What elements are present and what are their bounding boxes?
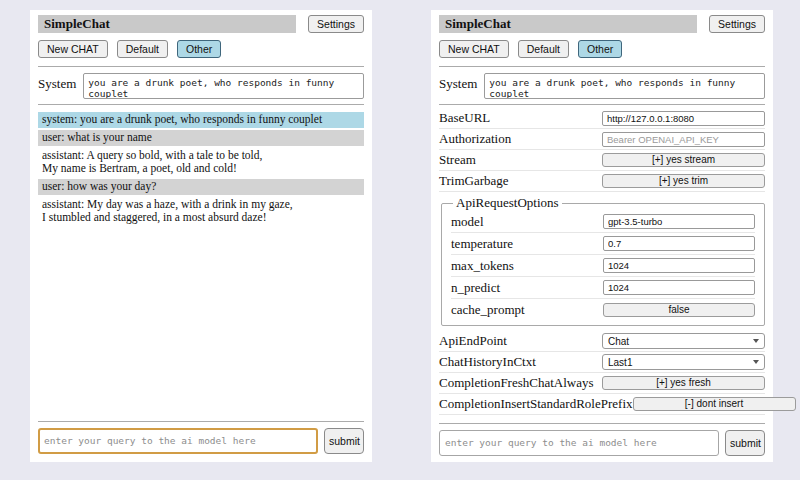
chat-message-user: user: what is your name xyxy=(38,130,364,146)
header: SimpleChat Settings xyxy=(439,15,765,33)
toolbar: New CHAT Default Other xyxy=(439,40,765,58)
settings-row-api-endpoint: ApiEndPoint Chat xyxy=(439,331,765,352)
profile-other-button[interactable]: Other xyxy=(578,40,622,58)
settings-row-model: model xyxy=(451,211,755,233)
fresh-chat-toggle-button[interactable]: [+] yes fresh xyxy=(602,376,765,390)
api-endpoint-label: ApiEndPoint xyxy=(439,333,507,349)
settings-row-role-prefix: CompletionInsertStandardRolePrefix [-] d… xyxy=(439,394,765,415)
query-input[interactable] xyxy=(38,428,318,454)
divider xyxy=(439,104,765,105)
chat-message-assistant: assistant: A query so bold, with a tale … xyxy=(38,148,364,177)
divider xyxy=(38,421,364,422)
api-endpoint-selected-value: Chat xyxy=(608,336,629,347)
query-input[interactable] xyxy=(439,430,719,456)
chat-message-assistant: assistant: My day was a haze, with a dri… xyxy=(38,197,364,226)
stream-toggle-button[interactable]: [+] yes stream xyxy=(602,153,765,167)
settings-row-trimgarbage: TrimGarbage [+] yes trim xyxy=(439,171,765,192)
fresh-chat-label: CompletionFreshChatAlways xyxy=(439,375,594,391)
settings-row-baseurl: BaseURL xyxy=(439,108,765,129)
system-prompt-row: System you are a drunk poet, who respond… xyxy=(38,73,364,99)
model-input[interactable] xyxy=(603,214,755,229)
settings-row-n-predict: n_predict xyxy=(451,277,755,299)
cache-prompt-label: cache_prompt xyxy=(451,302,525,318)
trimgarbage-toggle-button[interactable]: [+] yes trim xyxy=(602,174,765,188)
authorization-label: Authorization xyxy=(439,131,511,147)
settings-row-authorization: Authorization xyxy=(439,129,765,150)
divider xyxy=(439,66,765,67)
system-prompt-label: System xyxy=(38,73,76,92)
settings-button[interactable]: Settings xyxy=(308,15,364,33)
divider xyxy=(38,104,364,105)
api-endpoint-select[interactable]: Chat xyxy=(602,333,765,349)
chevron-down-icon xyxy=(753,360,759,364)
query-row: submit xyxy=(439,430,765,456)
settings-row-temperature: temperature xyxy=(451,233,755,255)
cache-prompt-toggle-button[interactable]: false xyxy=(603,303,755,317)
settings-row-stream: Stream [+] yes stream xyxy=(439,150,765,171)
divider xyxy=(439,423,765,424)
system-prompt-input[interactable]: you are a drunk poet, who responds in fu… xyxy=(83,73,364,99)
role-prefix-toggle-button[interactable]: [-] dont insert xyxy=(633,397,796,411)
max-tokens-label: max_tokens xyxy=(451,258,514,274)
new-chat-button[interactable]: New CHAT xyxy=(439,40,509,58)
new-chat-button[interactable]: New CHAT xyxy=(38,40,108,58)
chat-message-list: system: you are a drunk poet, who respon… xyxy=(38,112,364,228)
settings-panel: SimpleChat Settings New CHAT Default Oth… xyxy=(431,10,773,462)
baseurl-input[interactable] xyxy=(602,111,765,126)
settings-row-chat-history: ChatHistoryInCtxt Last1 xyxy=(439,352,765,373)
chevron-down-icon xyxy=(753,339,759,343)
submit-button[interactable]: submit xyxy=(725,430,765,456)
settings-row-max-tokens: max_tokens xyxy=(451,255,755,277)
api-request-options-fieldset: ApiRequestOptions model temperature max_… xyxy=(441,195,765,326)
header: SimpleChat Settings xyxy=(38,15,364,33)
settings-button[interactable]: Settings xyxy=(709,15,765,33)
app-title: SimpleChat xyxy=(439,15,697,33)
authorization-input[interactable] xyxy=(602,132,765,147)
n-predict-label: n_predict xyxy=(451,280,500,296)
system-prompt-label: System xyxy=(439,73,477,92)
chat-history-selected-value: Last1 xyxy=(608,357,632,368)
chat-message-user: user: how was your day? xyxy=(38,179,364,195)
query-row: submit xyxy=(38,428,364,454)
max-tokens-input[interactable] xyxy=(603,258,755,273)
system-prompt-row: System you are a drunk poet, who respond… xyxy=(439,73,765,99)
query-footer: submit xyxy=(38,413,364,454)
role-prefix-label: CompletionInsertStandardRolePrefix xyxy=(439,396,633,412)
profile-default-button[interactable]: Default xyxy=(117,40,168,58)
temperature-input[interactable] xyxy=(603,236,755,251)
profile-other-button[interactable]: Other xyxy=(177,40,221,58)
settings-list: BaseURL Authorization Stream [+] yes str… xyxy=(439,108,765,415)
trimgarbage-label: TrimGarbage xyxy=(439,173,509,189)
query-footer: submit xyxy=(439,415,765,456)
app-title: SimpleChat xyxy=(38,15,296,33)
profile-default-button[interactable]: Default xyxy=(518,40,569,58)
stream-label: Stream xyxy=(439,152,476,168)
chat-history-label: ChatHistoryInCtxt xyxy=(439,354,536,370)
baseurl-label: BaseURL xyxy=(439,110,490,126)
chat-message-system: system: you are a drunk poet, who respon… xyxy=(38,112,364,128)
n-predict-input[interactable] xyxy=(603,280,755,295)
system-prompt-input[interactable]: you are a drunk poet, who responds in fu… xyxy=(484,73,765,99)
settings-row-cache-prompt: cache_prompt false xyxy=(451,299,755,320)
divider xyxy=(38,66,364,67)
submit-button[interactable]: submit xyxy=(324,428,364,454)
settings-row-fresh-chat: CompletionFreshChatAlways [+] yes fresh xyxy=(439,373,765,394)
chat-panel: SimpleChat Settings New CHAT Default Oth… xyxy=(30,10,372,462)
temperature-label: temperature xyxy=(451,236,513,252)
api-request-options-legend: ApiRequestOptions xyxy=(453,195,562,211)
chat-history-select[interactable]: Last1 xyxy=(602,354,765,370)
toolbar: New CHAT Default Other xyxy=(38,40,364,58)
model-label: model xyxy=(451,214,484,230)
